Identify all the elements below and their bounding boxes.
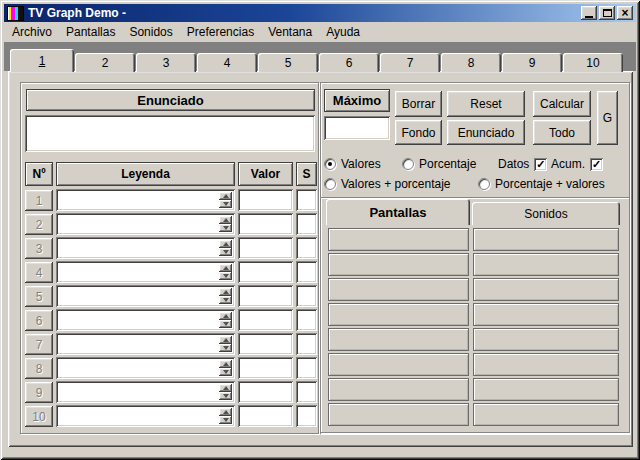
leyenda-spinner[interactable] [219,360,232,376]
spinner-up-button[interactable] [219,216,232,224]
menu-sonidos[interactable]: Sonidos [122,23,179,41]
leyenda-input[interactable] [56,213,235,235]
tab-8[interactable]: 8 [441,53,501,72]
tab-7[interactable]: 7 [380,53,440,72]
maximo-input[interactable] [324,116,390,140]
s-input[interactable] [296,261,317,283]
tab-5[interactable]: 5 [258,53,318,72]
leyenda-spinner[interactable] [219,384,232,400]
spinner-up-button[interactable] [219,240,232,248]
tab-6[interactable]: 6 [319,53,379,72]
tab-2[interactable]: 2 [75,53,135,72]
leyenda-input[interactable] [56,237,235,259]
menu-pantallas[interactable]: Pantallas [59,23,122,41]
valor-input[interactable] [238,309,293,331]
pantalla-slot[interactable] [473,228,619,251]
menu-ayuda[interactable]: Ayuda [319,23,367,41]
fondo-button[interactable]: Fondo [395,120,442,145]
leyenda-spinner[interactable] [219,192,232,208]
leyenda-input[interactable] [56,309,235,331]
tab-4[interactable]: 4 [197,53,257,72]
spinner-up-button[interactable] [219,192,232,200]
s-input[interactable] [296,213,317,235]
spinner-up-button[interactable] [219,336,232,344]
pantalla-slot[interactable] [473,378,619,401]
s-input[interactable] [296,189,317,211]
radio-porcentaje-valores[interactable]: Porcentaje + valores [478,177,605,191]
menu-ventana[interactable]: Ventana [261,23,319,41]
valor-input[interactable] [238,261,293,283]
spinner-down-button[interactable] [219,272,232,280]
tab-3[interactable]: 3 [136,53,196,72]
spinner-down-button[interactable] [219,344,232,352]
pantalla-slot[interactable] [473,278,619,301]
pantalla-slot[interactable] [328,253,469,276]
tab-1[interactable]: 1 [10,49,74,72]
pantalla-slot[interactable] [328,278,469,301]
close-button[interactable]: × [617,6,633,20]
checkbox-acum[interactable]: Acum. ✓ [551,157,603,171]
pantalla-slot[interactable] [473,353,619,376]
borrar-button[interactable]: Borrar [395,91,442,117]
subtab-pantallas[interactable]: Pantallas [326,199,470,225]
leyenda-input[interactable] [56,285,235,307]
todo-button[interactable]: Todo [533,120,591,145]
valor-input[interactable] [238,189,293,211]
enunciado-textarea[interactable] [25,115,315,152]
leyenda-input[interactable] [56,357,235,379]
pantalla-slot[interactable] [328,378,469,401]
s-input[interactable] [296,405,317,427]
valor-input[interactable] [238,405,293,427]
spinner-down-button[interactable] [219,416,232,424]
menu-preferencias[interactable]: Preferencias [180,23,261,41]
leyenda-spinner[interactable] [219,408,232,424]
spinner-up-button[interactable] [219,264,232,272]
s-input[interactable] [296,309,317,331]
valor-input[interactable] [238,357,293,379]
pantalla-slot[interactable] [473,303,619,326]
menu-archivo[interactable]: Archivo [5,23,59,41]
spinner-up-button[interactable] [219,288,232,296]
leyenda-spinner[interactable] [219,264,232,280]
pantalla-slot[interactable] [473,253,619,276]
radio-porcentaje[interactable]: Porcentaje [402,157,476,171]
s-input[interactable] [296,237,317,259]
spinner-up-button[interactable] [219,360,232,368]
maximize-button[interactable] [599,6,615,20]
valor-input[interactable] [238,285,293,307]
s-input[interactable] [296,285,317,307]
leyenda-spinner[interactable] [219,336,232,352]
radio-valores[interactable]: Valores [324,157,381,171]
spinner-down-button[interactable] [219,320,232,328]
radio-valores-porcentaje[interactable]: Valores + porcentaje [324,177,451,191]
minimize-button[interactable] [581,6,597,20]
s-input[interactable] [296,381,317,403]
valor-input[interactable] [238,213,293,235]
valor-input[interactable] [238,381,293,403]
tab-9[interactable]: 9 [502,53,562,72]
leyenda-input[interactable] [56,381,235,403]
pantalla-slot[interactable] [328,228,469,251]
valor-input[interactable] [238,333,293,355]
spinner-up-button[interactable] [219,408,232,416]
leyenda-spinner[interactable] [219,312,232,328]
pantalla-slot[interactable] [473,328,619,351]
leyenda-spinner[interactable] [219,216,232,232]
spinner-down-button[interactable] [219,200,232,208]
calcular-button[interactable]: Calcular [533,91,591,117]
spinner-down-button[interactable] [219,224,232,232]
s-input[interactable] [296,333,317,355]
reset-button[interactable]: Reset [447,91,525,117]
leyenda-spinner[interactable] [219,240,232,256]
spinner-down-button[interactable] [219,368,232,376]
enunciado-button[interactable]: Enunciado [447,120,525,145]
pantalla-slot[interactable] [328,353,469,376]
spinner-down-button[interactable] [219,392,232,400]
checkbox-datos[interactable]: Datos ✓ [498,157,547,171]
leyenda-input[interactable] [56,333,235,355]
leyenda-spinner[interactable] [219,288,232,304]
pantalla-slot[interactable] [473,403,619,426]
pantalla-slot[interactable] [328,303,469,326]
spinner-down-button[interactable] [219,296,232,304]
leyenda-input[interactable] [56,405,235,427]
